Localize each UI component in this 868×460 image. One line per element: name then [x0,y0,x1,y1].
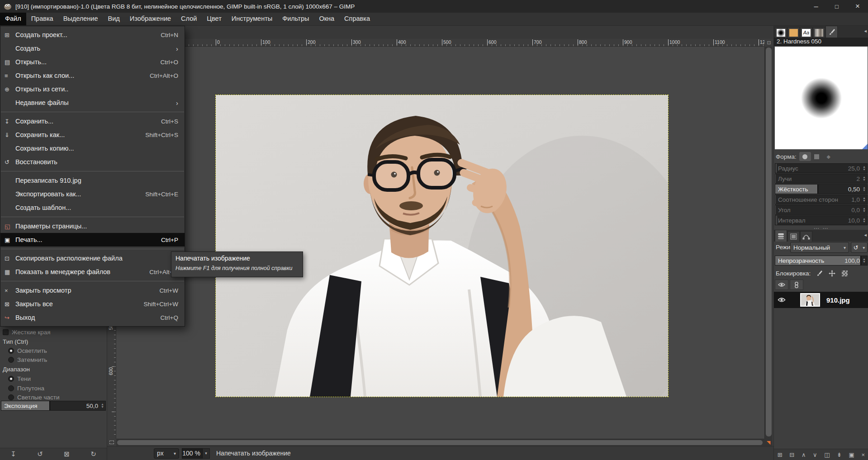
range-option-midtones[interactable]: Полутона [3,385,44,392]
menu-item-print[interactable]: ▣Печать...Ctrl+P [0,233,185,247]
vertical-scrollbar[interactable] [764,47,773,439]
tab-gradients[interactable] [813,27,825,38]
spinner[interactable]: ▴▾ [861,166,867,171]
range-option-highlights[interactable]: Светлые части [3,394,60,401]
hard-edges-option[interactable]: Жесткие края [3,329,51,336]
tab-brushes[interactable] [775,27,787,38]
menu-item-revert[interactable]: ↺Восстановить [0,155,185,169]
restore-preset-icon[interactable]: ↺ [37,450,43,458]
layer-visible-eye-icon[interactable] [778,297,786,303]
spacing-slider[interactable]: Интервал 10,0 ▴▾ [775,215,868,225]
tab-patterns[interactable] [787,27,800,38]
menu-item-export-as[interactable]: Экспортировать как...Shift+Ctrl+E [0,187,185,201]
menu-item-new-project[interactable]: ⊞Создать проект...Ctrl+N [0,28,185,42]
menu-layer[interactable]: Слой [176,13,202,25]
menu-item-overwrite[interactable]: Перезаписать 910.jpg [0,174,185,187]
spinner[interactable]: ▴▾ [861,197,867,202]
menu-image[interactable]: Изображение [125,13,176,25]
layer-mask-icon[interactable]: ▣ [849,451,854,458]
shape-circle-button[interactable] [799,152,811,161]
menu-help[interactable]: Справка [339,13,375,25]
reset-tool-icon[interactable]: ↻ [90,450,96,458]
delete-layer-icon[interactable]: × [862,451,865,458]
type-option-dodge[interactable]: Осветлить [3,347,47,354]
brush-preview[interactable] [775,47,868,149]
spinner[interactable]: ▴▾ [861,176,867,181]
tab-paintbrush-active[interactable] [825,26,838,38]
menu-tools[interactable]: Инструменты [227,13,277,25]
menu-item-recent-files[interactable]: Недавние файлы› [0,96,185,109]
menu-item-close-all[interactable]: ⊠Закрыть всеShift+Ctrl+W [0,297,185,311]
merge-layer-icon[interactable]: ⇟ [837,451,842,458]
type-option-burn[interactable]: Затемнить [3,356,47,363]
tab-paths[interactable] [800,231,812,242]
minimize-button[interactable]: ─ [806,0,826,13]
exposure-slider[interactable]: Экспозиция 50,0 ▴▾ [1,401,106,411]
menu-select[interactable]: Выделение [58,13,103,25]
menu-item-copy-location[interactable]: ⊡Скопировать расположение файла [0,251,185,265]
collapse-dock-icon[interactable]: ◂ [864,232,867,238]
tab-layers[interactable] [775,230,787,242]
angle-slider[interactable]: Угол 0,0 ▴▾ [775,205,868,215]
layer-thumbnail[interactable] [800,293,820,307]
collapse-dock-icon[interactable]: ◂ [864,28,867,34]
menu-windows[interactable]: Окна [314,13,339,25]
menu-item-create[interactable]: Создать› [0,42,185,55]
menu-item-save[interactable]: ↧Сохранить...Ctrl+S [0,114,185,128]
layer-row-910[interactable]: 910.jpg [774,292,868,308]
vertical-scrollbar-thumb[interactable] [766,47,772,436]
menu-item-open-location[interactable]: ⊕Открыть из сети.. [0,82,185,96]
horizontal-scrollbar[interactable] [116,439,764,446]
exposure-spinner[interactable]: ▴▾ [100,403,105,408]
menu-file[interactable]: Файл [0,13,26,25]
lock-position-icon[interactable] [829,270,835,277]
menu-view[interactable]: Вид [103,13,124,25]
zoom-follow-window-button[interactable]: ⊡ [764,39,773,47]
delete-preset-icon[interactable]: ⊠ [64,450,70,458]
menu-item-create-template[interactable]: Создать шаблон... [0,201,185,214]
mode-switch-button[interactable]: ↺ ▾ [851,242,868,253]
lower-layer-icon[interactable]: ∨ [813,451,817,458]
hardness-slider[interactable]: Жёсткость 0,50 ▴▾ [775,184,868,194]
spinner[interactable]: ▴▾ [861,218,867,223]
lock-pixels-icon[interactable] [816,270,823,277]
aspect-ratio-slider[interactable]: Соотношение сторон 1,0 ▴▾ [775,194,868,204]
link-header-button[interactable] [790,280,803,290]
tab-channels[interactable] [787,231,800,242]
visibility-header-button[interactable] [775,280,788,290]
raise-layer-icon[interactable]: ∧ [802,451,806,458]
unit-dropdown[interactable]: px ▾ [154,448,179,459]
canvas-viewport[interactable] [116,47,764,439]
canvas-image[interactable] [216,95,668,397]
quick-mask-toggle[interactable] [107,439,116,446]
spinner[interactable]: ▴▾ [861,186,867,192]
radius-slider[interactable]: Радиус 25,0 ▴▾ [775,163,868,173]
spinner[interactable]: ▴▾ [861,207,867,213]
menu-edit[interactable]: Правка [26,13,58,25]
menu-colors[interactable]: Цвет [202,13,227,25]
new-group-icon[interactable]: ⊟ [789,451,794,458]
zoom-input[interactable]: 100 % [182,448,203,459]
menu-filters[interactable]: Фильтры [277,13,314,25]
navigation-button[interactable]: ◥ [764,439,773,446]
duplicate-layer-icon[interactable]: ◫ [824,451,830,458]
menu-item-save-as[interactable]: ⇓Сохранить как...Shift+Ctrl+S [0,128,185,142]
menu-item-page-setup[interactable]: ◱Параметры страницы... [0,219,185,233]
horizontal-scrollbar-thumb[interactable] [117,440,763,445]
tab-fonts[interactable]: Aa [800,27,812,38]
range-option-shadows[interactable]: Тени [3,375,31,382]
shape-square-button[interactable] [811,152,823,161]
new-layer-icon[interactable]: ⊞ [778,451,783,458]
menu-item-open-as-layers[interactable]: ≡Открыть как слои...Ctrl+Alt+O [0,69,185,82]
menu-item-save-copy[interactable]: Сохранить копию... [0,142,185,155]
spinner[interactable]: ▴▾ [861,258,867,263]
menu-item-quit[interactable]: ↪ВыходCtrl+Q [0,311,185,324]
close-button[interactable]: × [847,0,868,13]
lock-alpha-icon[interactable] [842,270,848,276]
opacity-slider[interactable]: Непрозрачность 100,0 ▴▾ [775,256,868,266]
spikes-slider[interactable]: Лучи 2 ▴▾ [775,174,868,184]
menu-item-show-in-file-manager[interactable]: ▦Показать в менеджере файловCtrl+Alt+M [0,265,185,279]
menu-item-close-view[interactable]: ×Закрыть просмотрCtrl+W [0,284,185,297]
menu-item-open[interactable]: ▤Открыть...Ctrl+O [0,55,185,69]
maximize-button[interactable]: □ [826,0,847,13]
